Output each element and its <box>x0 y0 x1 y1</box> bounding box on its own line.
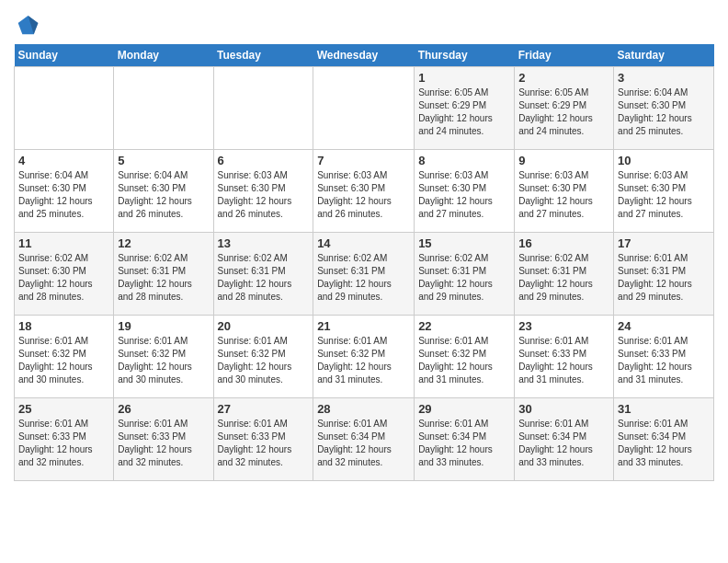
day-info: Sunrise: 6:02 AM Sunset: 6:30 PM Dayligh… <box>18 252 109 304</box>
calendar-cell: 15Sunrise: 6:02 AM Sunset: 6:31 PM Dayli… <box>415 233 515 316</box>
calendar-cell: 5Sunrise: 6:04 AM Sunset: 6:30 PM Daylig… <box>114 150 213 233</box>
day-number: 20 <box>218 319 310 333</box>
calendar-cell <box>114 67 213 150</box>
calendar-table: SundayMondayTuesdayWednesdayThursdayFrid… <box>14 44 714 481</box>
day-info: Sunrise: 6:01 AM Sunset: 6:34 PM Dayligh… <box>618 418 710 469</box>
calendar-cell: 23Sunrise: 6:01 AM Sunset: 6:33 PM Dayli… <box>515 316 614 398</box>
day-number: 1 <box>418 71 510 85</box>
day-info: Sunrise: 6:03 AM Sunset: 6:30 PM Dayligh… <box>317 169 410 221</box>
day-info: Sunrise: 6:03 AM Sunset: 6:30 PM Dayligh… <box>618 169 710 221</box>
day-info: Sunrise: 6:03 AM Sunset: 6:30 PM Dayligh… <box>218 169 310 221</box>
day-number: 31 <box>618 402 710 416</box>
col-header-friday: Friday <box>515 44 614 67</box>
week-row-4: 18Sunrise: 6:01 AM Sunset: 6:32 PM Dayli… <box>15 316 714 398</box>
day-info: Sunrise: 6:01 AM Sunset: 6:32 PM Dayligh… <box>418 335 510 386</box>
day-number: 4 <box>18 154 109 167</box>
logo-icon <box>14 13 40 39</box>
day-number: 19 <box>118 319 209 333</box>
day-number: 15 <box>418 236 510 250</box>
day-info: Sunrise: 6:01 AM Sunset: 6:32 PM Dayligh… <box>118 335 209 386</box>
col-header-thursday: Thursday <box>415 44 515 67</box>
day-info: Sunrise: 6:01 AM Sunset: 6:32 PM Dayligh… <box>218 335 310 386</box>
calendar-cell: 20Sunrise: 6:01 AM Sunset: 6:32 PM Dayli… <box>213 316 313 398</box>
calendar-cell: 31Sunrise: 6:01 AM Sunset: 6:34 PM Dayli… <box>614 398 714 481</box>
col-header-wednesday: Wednesday <box>313 44 415 67</box>
calendar-cell: 14Sunrise: 6:02 AM Sunset: 6:31 PM Dayli… <box>313 233 415 316</box>
week-row-2: 4Sunrise: 6:04 AM Sunset: 6:30 PM Daylig… <box>15 150 714 233</box>
col-header-tuesday: Tuesday <box>213 44 313 67</box>
day-info: Sunrise: 6:02 AM Sunset: 6:31 PM Dayligh… <box>518 252 609 304</box>
day-number: 18 <box>18 319 109 333</box>
day-number: 25 <box>18 402 109 416</box>
day-number: 30 <box>518 402 609 416</box>
calendar-cell: 8Sunrise: 6:03 AM Sunset: 6:30 PM Daylig… <box>415 150 515 233</box>
day-number: 29 <box>418 402 510 416</box>
logo <box>14 13 41 39</box>
calendar-cell: 2Sunrise: 6:05 AM Sunset: 6:29 PM Daylig… <box>515 67 614 150</box>
week-row-5: 25Sunrise: 6:01 AM Sunset: 6:33 PM Dayli… <box>15 398 714 481</box>
day-number: 22 <box>418 319 510 333</box>
day-info: Sunrise: 6:01 AM Sunset: 6:33 PM Dayligh… <box>18 418 109 469</box>
day-info: Sunrise: 6:01 AM Sunset: 6:32 PM Dayligh… <box>317 335 410 386</box>
day-number: 16 <box>518 236 609 250</box>
week-row-3: 11Sunrise: 6:02 AM Sunset: 6:30 PM Dayli… <box>15 233 714 316</box>
calendar-cell: 11Sunrise: 6:02 AM Sunset: 6:30 PM Dayli… <box>15 233 114 316</box>
day-info: Sunrise: 6:04 AM Sunset: 6:30 PM Dayligh… <box>618 86 710 138</box>
calendar-cell: 27Sunrise: 6:01 AM Sunset: 6:33 PM Dayli… <box>213 398 313 481</box>
calendar-cell: 29Sunrise: 6:01 AM Sunset: 6:34 PM Dayli… <box>415 398 515 481</box>
day-number: 24 <box>618 319 710 333</box>
day-info: Sunrise: 6:01 AM Sunset: 6:33 PM Dayligh… <box>518 335 609 386</box>
day-number: 6 <box>218 154 310 167</box>
day-number: 28 <box>317 402 410 416</box>
day-number: 8 <box>418 154 510 167</box>
calendar-cell: 19Sunrise: 6:01 AM Sunset: 6:32 PM Dayli… <box>114 316 213 398</box>
calendar-cell: 6Sunrise: 6:03 AM Sunset: 6:30 PM Daylig… <box>213 150 313 233</box>
calendar-cell: 22Sunrise: 6:01 AM Sunset: 6:32 PM Dayli… <box>415 316 515 398</box>
week-row-1: 1Sunrise: 6:05 AM Sunset: 6:29 PM Daylig… <box>15 67 714 150</box>
col-header-saturday: Saturday <box>614 44 714 67</box>
day-info: Sunrise: 6:01 AM Sunset: 6:31 PM Dayligh… <box>618 252 710 304</box>
day-info: Sunrise: 6:03 AM Sunset: 6:30 PM Dayligh… <box>518 169 609 221</box>
day-info: Sunrise: 6:01 AM Sunset: 6:33 PM Dayligh… <box>118 418 209 469</box>
day-number: 10 <box>618 154 710 167</box>
calendar-cell <box>213 67 313 150</box>
day-number: 21 <box>317 319 410 333</box>
day-number: 2 <box>518 71 609 85</box>
calendar-cell: 25Sunrise: 6:01 AM Sunset: 6:33 PM Dayli… <box>15 398 114 481</box>
col-header-monday: Monday <box>114 44 213 67</box>
col-header-sunday: Sunday <box>15 44 114 67</box>
day-info: Sunrise: 6:04 AM Sunset: 6:30 PM Dayligh… <box>18 169 109 221</box>
calendar-cell: 16Sunrise: 6:02 AM Sunset: 6:31 PM Dayli… <box>515 233 614 316</box>
day-info: Sunrise: 6:02 AM Sunset: 6:31 PM Dayligh… <box>317 252 410 304</box>
day-info: Sunrise: 6:02 AM Sunset: 6:31 PM Dayligh… <box>218 252 310 304</box>
calendar-cell: 21Sunrise: 6:01 AM Sunset: 6:32 PM Dayli… <box>313 316 415 398</box>
day-number: 12 <box>118 236 209 250</box>
day-info: Sunrise: 6:01 AM Sunset: 6:34 PM Dayligh… <box>518 418 609 469</box>
day-info: Sunrise: 6:03 AM Sunset: 6:30 PM Dayligh… <box>418 169 510 221</box>
day-info: Sunrise: 6:01 AM Sunset: 6:34 PM Dayligh… <box>317 418 410 469</box>
calendar-cell: 9Sunrise: 6:03 AM Sunset: 6:30 PM Daylig… <box>515 150 614 233</box>
calendar-cell: 24Sunrise: 6:01 AM Sunset: 6:33 PM Dayli… <box>614 316 714 398</box>
calendar-cell: 7Sunrise: 6:03 AM Sunset: 6:30 PM Daylig… <box>313 150 415 233</box>
day-number: 17 <box>618 236 710 250</box>
calendar-cell <box>313 67 415 150</box>
day-number: 3 <box>618 71 710 85</box>
day-number: 5 <box>118 154 209 167</box>
day-info: Sunrise: 6:05 AM Sunset: 6:29 PM Dayligh… <box>418 86 510 138</box>
day-number: 14 <box>317 236 410 250</box>
calendar-cell: 28Sunrise: 6:01 AM Sunset: 6:34 PM Dayli… <box>313 398 415 481</box>
day-number: 26 <box>118 402 209 416</box>
header-area <box>14 9 714 39</box>
day-info: Sunrise: 6:01 AM Sunset: 6:33 PM Dayligh… <box>618 335 710 386</box>
calendar-cell <box>15 67 114 150</box>
calendar-cell: 26Sunrise: 6:01 AM Sunset: 6:33 PM Dayli… <box>114 398 213 481</box>
calendar-cell: 18Sunrise: 6:01 AM Sunset: 6:32 PM Dayli… <box>15 316 114 398</box>
calendar-header-row: SundayMondayTuesdayWednesdayThursdayFrid… <box>15 44 714 67</box>
day-number: 23 <box>518 319 609 333</box>
day-info: Sunrise: 6:01 AM Sunset: 6:34 PM Dayligh… <box>418 418 510 469</box>
calendar-cell: 12Sunrise: 6:02 AM Sunset: 6:31 PM Dayli… <box>114 233 213 316</box>
calendar-cell: 13Sunrise: 6:02 AM Sunset: 6:31 PM Dayli… <box>213 233 313 316</box>
day-info: Sunrise: 6:04 AM Sunset: 6:30 PM Dayligh… <box>118 169 209 221</box>
day-number: 11 <box>18 236 109 250</box>
calendar-cell: 17Sunrise: 6:01 AM Sunset: 6:31 PM Dayli… <box>614 233 714 316</box>
